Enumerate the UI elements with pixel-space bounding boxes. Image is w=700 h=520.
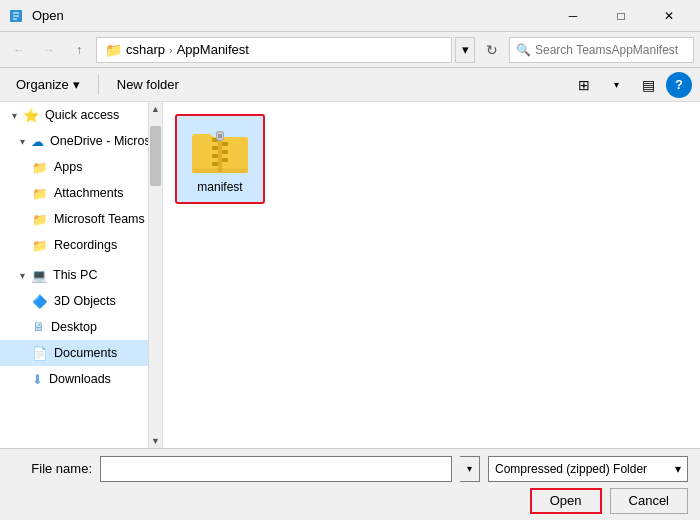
forward-button[interactable]: → [36,37,62,63]
sidebar-item-desktop[interactable]: 🖥 Desktop [0,314,148,340]
sidebar-item-apps[interactable]: 📁 Apps [0,154,148,180]
filetype-value: Compressed (zipped) Folder [495,462,647,476]
filetype-dropdown-icon: ▾ [675,462,681,476]
toolbar-right: ⊞ ▾ ▤ ? [570,72,692,98]
svg-rect-8 [222,142,228,146]
window-icon [8,8,24,24]
attachments-folder-icon: 📁 [32,186,48,201]
close-button[interactable]: ✕ [646,0,692,32]
file-area[interactable]: manifest [163,102,700,448]
footer-filename-row: File name: ▾ Compressed (zipped) Folder … [12,456,688,482]
maximize-button[interactable]: □ [598,0,644,32]
downloads-label: Downloads [49,372,111,386]
desktop-icon: 🖥 [32,320,45,334]
recordings-folder-icon: 📁 [32,238,48,253]
toolbar-separator [98,75,99,95]
address-path[interactable]: 📁 csharp › AppManifest [96,37,452,63]
file-label-manifest: manifest [197,180,242,194]
organize-label: Organize [16,77,69,92]
sidebar-item-microsoft-teams[interactable]: 📁 Microsoft Teams [0,206,148,232]
window-controls: ─ □ ✕ [550,0,692,32]
pane-button[interactable]: ▤ [634,72,662,98]
sidebar-item-this-pc[interactable]: ▾ 💻 This PC [0,262,148,288]
svg-rect-13 [218,134,222,138]
svg-rect-9 [222,150,228,154]
sidebar-item-downloads[interactable]: ⬇ Downloads [0,366,148,392]
up-button[interactable]: ↑ [66,37,92,63]
footer-buttons-row: Open Cancel [12,488,688,514]
search-icon: 🔍 [516,43,531,57]
path-segment-2: AppManifest [177,42,249,57]
address-dropdown[interactable]: ▾ [455,37,475,63]
refresh-button[interactable]: ↻ [479,37,505,63]
pc-icon: 💻 [31,268,47,283]
main-content: ▾ ⭐ Quick access ▾ ☁ OneDrive - Micros 📁… [0,102,700,448]
pane-icon: ▤ [642,77,655,93]
organize-button[interactable]: Organize ▾ [8,74,88,95]
this-pc-label: This PC [53,268,97,282]
attachments-label: Attachments [54,186,123,200]
title-bar: Open ─ □ ✕ [0,0,700,32]
new-folder-label: New folder [117,77,179,92]
help-button[interactable]: ? [666,72,692,98]
view-button[interactable]: ⊞ [570,72,598,98]
recordings-label: Recordings [54,238,117,252]
svg-rect-6 [212,154,218,158]
address-bar: ← → ↑ 📁 csharp › AppManifest ▾ ↻ 🔍 [0,32,700,68]
path-segment-1: csharp [126,42,165,57]
sidebar-item-recordings[interactable]: 📁 Recordings [0,232,148,258]
scrollbar-track[interactable] [149,116,162,434]
toolbar: Organize ▾ New folder ⊞ ▾ ▤ ? [0,68,700,102]
3d-objects-label: 3D Objects [54,294,116,308]
svg-rect-10 [222,158,228,162]
sidebar-item-3d-objects[interactable]: 🔷 3D Objects [0,288,148,314]
filename-input[interactable] [100,456,452,482]
scrollbar-up-arrow[interactable]: ▲ [149,102,162,116]
view-icon: ⊞ [578,77,590,93]
cancel-button[interactable]: Cancel [610,488,688,514]
minimize-button[interactable]: ─ [550,0,596,32]
new-folder-button[interactable]: New folder [109,74,187,95]
path-folder-icon: 📁 [105,42,122,58]
downloads-icon: ⬇ [32,372,43,387]
microsoft-teams-folder-icon: 📁 [32,212,48,227]
this-pc-chevron: ▾ [20,270,25,281]
file-item-manifest[interactable]: manifest [175,114,265,204]
desktop-label: Desktop [51,320,97,334]
search-box[interactable]: 🔍 [509,37,694,63]
apps-label: Apps [54,160,83,174]
back-button[interactable]: ← [6,37,32,63]
onedrive-chevron: ▾ [20,136,25,147]
organize-arrow: ▾ [73,77,80,92]
search-input[interactable] [535,43,687,57]
microsoft-teams-label: Microsoft Teams [54,212,145,226]
sidebar-item-onedrive[interactable]: ▾ ☁ OneDrive - Micros [0,128,148,154]
documents-label: Documents [54,346,117,360]
sidebar-item-attachments[interactable]: 📁 Attachments [0,180,148,206]
sidebar-scrollbar[interactable]: ▲ ▼ [148,102,162,448]
scrollbar-down-arrow[interactable]: ▼ [149,434,162,448]
sidebar-item-documents[interactable]: 📄 Documents [0,340,148,366]
onedrive-icon: ☁ [31,134,44,149]
footer: File name: ▾ Compressed (zipped) Folder … [0,448,700,520]
documents-icon: 📄 [32,346,48,361]
file-grid: manifest [175,114,688,204]
svg-rect-7 [212,162,218,166]
3d-objects-icon: 🔷 [32,294,48,309]
sidebar-wrapper: ▾ ⭐ Quick access ▾ ☁ OneDrive - Micros 📁… [0,102,163,448]
onedrive-label: OneDrive - Micros [50,134,148,148]
star-icon: ⭐ [23,108,39,123]
filetype-select[interactable]: Compressed (zipped) Folder ▾ [488,456,688,482]
zip-folder-icon [190,124,250,176]
sidebar-item-quick-access[interactable]: ▾ ⭐ Quick access [0,102,148,128]
svg-rect-5 [212,146,218,150]
filename-dropdown[interactable]: ▾ [460,456,480,482]
quick-access-label: Quick access [45,108,119,122]
sidebar: ▾ ⭐ Quick access ▾ ☁ OneDrive - Micros 📁… [0,102,148,448]
view-dropdown-button[interactable]: ▾ [602,72,630,98]
open-button[interactable]: Open [530,488,602,514]
quick-access-chevron: ▾ [12,110,17,121]
apps-folder-icon: 📁 [32,160,48,175]
scrollbar-thumb[interactable] [150,126,161,186]
path-arrow-1: › [169,44,173,56]
